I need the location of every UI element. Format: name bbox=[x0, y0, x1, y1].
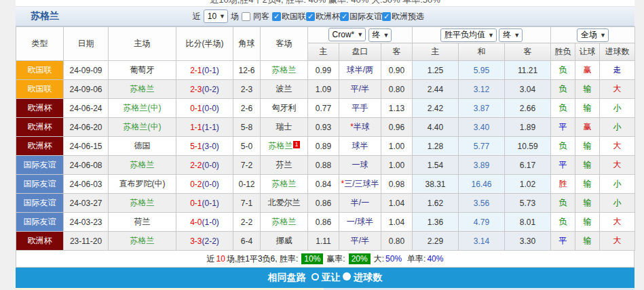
subcol-5: 客 bbox=[505, 43, 551, 61]
corner-cell: 2-2 bbox=[233, 213, 261, 232]
date-cell: 24-06-03 bbox=[64, 175, 109, 194]
handicap-result-cell: 输 bbox=[575, 80, 600, 99]
score-cell: 0-2(0-0) bbox=[176, 175, 233, 194]
corner-cell: 2-3 bbox=[233, 80, 261, 99]
result-cell: 平 bbox=[551, 118, 575, 137]
euro-home-odds-cell: 2.44 bbox=[413, 80, 459, 99]
filter-checkbox[interactable]: ✓ bbox=[340, 12, 349, 21]
competition-cell: 欧国联 bbox=[16, 80, 64, 99]
away-team-cell: 匈牙利 bbox=[261, 99, 308, 118]
big-label: 大: bbox=[374, 253, 384, 265]
subcol-3: 主 bbox=[413, 43, 459, 61]
table-row: 欧洲杯24-06-24苏格兰(中)0-1(0-0)2-6匈牙利0.77平手1.1… bbox=[16, 99, 635, 118]
title-bar: 苏格兰 近 10 ▼ 场 同客 ✓欧国联✓欧洲杯✓国际友谊✓欧洲预选 bbox=[16, 7, 634, 26]
single-label: 单率: bbox=[407, 253, 425, 265]
corner-cell: 5-8 bbox=[233, 118, 261, 137]
table-row: 欧洲杯24-06-15德国5-1(3-0)5-0苏格兰10.89球半1.001.… bbox=[16, 137, 635, 156]
bookmaker-state-select[interactable]: 终▼ bbox=[368, 28, 392, 42]
col-date: 日期 bbox=[64, 27, 109, 61]
handicap-cell: 半/一 bbox=[339, 194, 381, 213]
home-team-cell: 苏格兰 bbox=[109, 156, 176, 175]
asian-away-odds-cell: 1.00 bbox=[381, 156, 413, 175]
games-label: 场 bbox=[231, 11, 239, 22]
euro-draw-odds-cell: 3.87 bbox=[459, 99, 505, 118]
result-cell: 负 bbox=[551, 61, 575, 80]
team-title: 苏格兰 bbox=[31, 10, 59, 22]
chevron-down-icon: ▼ bbox=[383, 32, 390, 39]
europe-state-select[interactable]: 终▼ bbox=[499, 28, 523, 42]
away-team-cell: 挪威 bbox=[261, 232, 308, 251]
goals-result-cell: 小 bbox=[600, 175, 635, 194]
score-cell: 3-3(2-2) bbox=[176, 232, 233, 251]
radio-进球数[interactable] bbox=[343, 272, 351, 281]
handicap-cell: 平/半 bbox=[339, 232, 381, 251]
date-cell: 24-09-06 bbox=[64, 80, 109, 99]
bookmaker-select[interactable]: Crow*▼ bbox=[328, 28, 366, 41]
red-card-badge: 1 bbox=[293, 141, 299, 148]
radio-label: 亚让 bbox=[319, 272, 343, 283]
handicap-cell: 球半 bbox=[339, 137, 381, 156]
same-trend-title: 相同盘路 bbox=[268, 272, 306, 284]
handicap-rate-badge: 20% bbox=[349, 253, 371, 264]
competition-cell: 欧国联 bbox=[16, 61, 64, 80]
away-team-cell: 北爱尔兰 bbox=[261, 194, 308, 213]
result-cell: 平 bbox=[551, 156, 575, 175]
scope-select[interactable]: 全场▼ bbox=[577, 28, 609, 42]
euro-away-odds-cell: 11.21 bbox=[505, 61, 551, 80]
filter-checkbox[interactable]: ✓ bbox=[382, 12, 391, 21]
asian-away-odds-cell: 1.13 bbox=[381, 99, 413, 118]
euro-away-odds-cell: 2.66 bbox=[505, 99, 551, 118]
table-row: 国际友谊24-06-03直布罗陀(中)0-2(0-0)0-12苏格兰0.84*三… bbox=[16, 175, 635, 194]
single-rate: 40% bbox=[427, 254, 443, 264]
table-row: 欧洲杯23-11-20苏格兰3-3(2-2)6-4挪威1.11平/半0.802.… bbox=[16, 232, 635, 251]
col-type: 类型 bbox=[16, 27, 64, 61]
clipped-text: 近10场,胜4平2负4, 胜率: 40% 赢率: 40% 大:50% 单率:50… bbox=[210, 0, 440, 6]
euro-home-odds-cell: 1.62 bbox=[413, 194, 459, 213]
table-row: 国际友谊24-03-27苏格兰0-1(0-1)7-1北爱尔兰0.86半/一1.0… bbox=[16, 194, 635, 213]
home-team-cell: 苏格兰 bbox=[109, 232, 176, 251]
chevron-down-icon: ▼ bbox=[357, 31, 363, 38]
asian-away-odds-cell: 0.98 bbox=[381, 175, 413, 194]
home-team-cell: 苏格兰 bbox=[109, 194, 176, 213]
competition-cell: 欧洲杯 bbox=[16, 118, 64, 137]
subcol-2: 客 bbox=[381, 43, 413, 61]
radio-亚让[interactable] bbox=[311, 273, 319, 281]
match-rows: 欧国联24-09-09葡萄牙2-1(0-1)12-6苏格兰0.99球半/两0.9… bbox=[16, 61, 635, 251]
asian-home-odds-cell: 0.93 bbox=[308, 118, 339, 137]
big-rate: 50% bbox=[385, 254, 402, 264]
subcol-0: 主 bbox=[308, 43, 339, 61]
europe-avg-select[interactable]: 胜平负均值▼ bbox=[440, 28, 497, 42]
filter-checkbox[interactable]: ✓ bbox=[272, 12, 281, 21]
euro-draw-odds-cell: 3.14 bbox=[459, 232, 505, 251]
asian-odds-group: Crow*▼ 终▼ bbox=[308, 27, 413, 43]
asian-away-odds-cell: 1.04 bbox=[381, 213, 413, 232]
date-cell: 24-03-27 bbox=[64, 194, 109, 213]
away-team-cell: 瑞士 bbox=[261, 118, 308, 137]
date-cell: 24-06-08 bbox=[64, 156, 109, 175]
europe-odds-group: 胜平负均值▼ 终▼ bbox=[413, 27, 551, 43]
date-cell: 24-06-24 bbox=[64, 99, 109, 118]
chevron-down-icon: ▼ bbox=[219, 13, 225, 20]
subcol-6: 胜负 bbox=[551, 43, 575, 61]
same-away-checkbox[interactable] bbox=[242, 12, 250, 21]
recent-count-select[interactable]: 10 ▼ bbox=[204, 9, 228, 23]
filter-checkbox[interactable]: ✓ bbox=[306, 12, 315, 21]
asian-home-odds-cell: 1.09 bbox=[308, 80, 339, 99]
euro-away-odds-cell: 5.73 bbox=[505, 194, 551, 213]
score-cell: 4-0(1-0) bbox=[176, 213, 233, 232]
goals-result-cell: 大 bbox=[600, 232, 635, 251]
handicap-result-cell: 赢 bbox=[575, 118, 600, 137]
table-row: 欧洲杯24-06-20苏格兰(中)1-1(1-1)5-8瑞士0.93*半球0.9… bbox=[16, 118, 635, 137]
goals-result-cell: 小 bbox=[600, 194, 635, 213]
euro-draw-odds-cell: 5.77 bbox=[459, 137, 505, 156]
handicap-result-cell: 输 bbox=[575, 99, 600, 118]
table-row: 欧国联24-09-09葡萄牙2-1(0-1)12-6苏格兰0.99球半/两0.9… bbox=[16, 61, 635, 80]
handicap-result-cell: 输 bbox=[575, 175, 600, 194]
goals-result-cell: 小 bbox=[600, 118, 635, 137]
filter-label: 国际友谊 bbox=[349, 11, 382, 22]
asian-away-odds-cell: 1.00 bbox=[381, 137, 413, 156]
win-rate-badge: 10% bbox=[301, 253, 323, 264]
home-team-cell: 苏格兰(中) bbox=[109, 99, 176, 118]
match-table: 类型 日期 主场 比分(半场) 角球 客场 Crow*▼ 终▼ 胜平负均值▼ 终… bbox=[16, 26, 635, 251]
asian-home-odds-cell: 0.99 bbox=[308, 61, 339, 80]
